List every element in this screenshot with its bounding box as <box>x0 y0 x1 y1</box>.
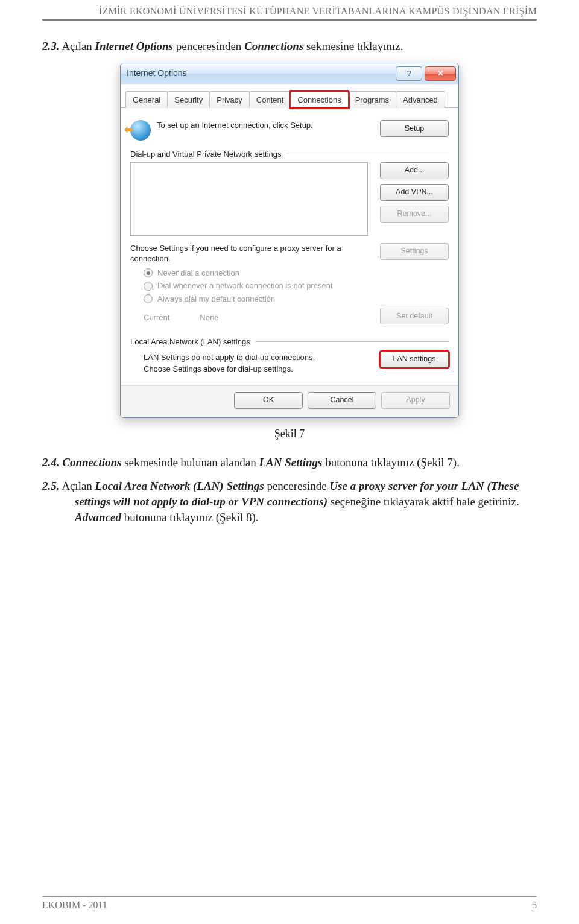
tab-content[interactable]: Content <box>249 91 291 109</box>
page-footer: EKOBIM - 2011 5 <box>42 896 537 911</box>
radio-always: Always dial my default connection <box>144 294 449 305</box>
radio-icon <box>144 282 153 291</box>
radio-never: Never dial a connection <box>144 268 449 279</box>
globe-icon <box>130 120 151 141</box>
tab-programs[interactable]: Programs <box>348 91 396 109</box>
cancel-button[interactable]: Cancel <box>308 392 376 409</box>
radio-icon <box>144 268 153 277</box>
radio-icon <box>144 294 153 303</box>
tab-advanced[interactable]: Advanced <box>396 91 445 109</box>
proxy-hint: Choose Settings if you need to configure… <box>130 243 370 264</box>
lan-hint: LAN Settings do not apply to dial-up con… <box>144 352 370 363</box>
group-dialup: Dial-up and Virtual Private Network sett… <box>130 149 449 160</box>
lan-hint2: Choose Settings above for dial-up settin… <box>144 364 370 375</box>
step-2-3: 2.3. Açılan Internet Options penceresind… <box>42 39 537 54</box>
setup-button[interactable]: Setup <box>380 120 449 137</box>
tab-general[interactable]: General <box>125 91 168 109</box>
dialog-title: Internet Options <box>127 68 393 79</box>
setup-hint: To set up an Internet connection, click … <box>157 120 370 131</box>
add-vpn-button[interactable]: Add VPN... <box>380 184 449 201</box>
step-num: 2.4. <box>42 456 60 469</box>
ok-button[interactable]: OK <box>234 392 303 409</box>
lan-settings-button[interactable]: LAN settings <box>380 351 449 368</box>
tab-security[interactable]: Security <box>167 91 210 109</box>
footer-left: EKOBIM - 2011 <box>42 900 107 911</box>
connections-listbox[interactable] <box>130 162 368 236</box>
tab-connections[interactable]: Connections <box>290 91 348 109</box>
step-num: 2.3. <box>42 40 60 52</box>
add-button[interactable]: Add... <box>380 162 449 179</box>
internet-options-dialog: Internet Options ? ✕ General Security Pr… <box>120 63 459 418</box>
apply-button: Apply <box>381 392 450 409</box>
set-default-button: Set default <box>380 308 449 324</box>
help-button[interactable]: ? <box>396 66 422 81</box>
page-header: İZMİR EKONOMİ ÜNİVERSİTESİ KÜTÜPHANE VER… <box>42 0 537 21</box>
tabstrip: General Security Privacy Content Connect… <box>121 84 458 109</box>
figure-caption-7: Şekil 7 <box>42 426 537 441</box>
radio-dial-when: Dial whenever a network connection is no… <box>144 280 449 291</box>
step-num: 2.5. <box>42 479 60 492</box>
titlebar[interactable]: Internet Options ? ✕ <box>121 63 458 84</box>
footer-page: 5 <box>532 900 537 911</box>
group-lan: Local Area Network (LAN) settings <box>130 337 449 347</box>
step-2-4: 2.4. Connections sekmesinde bulunan alan… <box>42 455 537 470</box>
current-connection: CurrentNone <box>144 312 370 323</box>
close-button[interactable]: ✕ <box>425 66 456 81</box>
tab-privacy[interactable]: Privacy <box>209 91 250 109</box>
step-2-5: 2.5. Açılan Local Area Network (LAN) Set… <box>42 478 537 525</box>
remove-button: Remove... <box>380 206 449 223</box>
settings-button: Settings <box>380 243 449 260</box>
